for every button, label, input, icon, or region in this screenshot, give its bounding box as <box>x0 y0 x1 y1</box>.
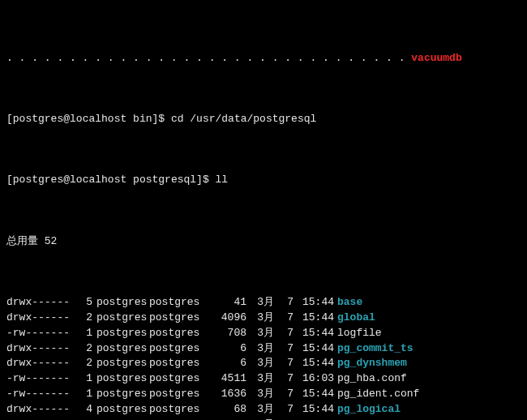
time: 15:44 <box>293 326 334 341</box>
size: 4096 <box>208 311 246 326</box>
file-name: pg_logical <box>334 402 401 418</box>
list-item: -rw-------1postgrespostgres45113月716:03p… <box>6 371 521 387</box>
group: postgres <box>149 356 208 371</box>
list-item: drwx------5postgrespostgres413月715:44bas… <box>6 295 521 311</box>
time: 15:44 <box>293 311 334 326</box>
file-name: logfile <box>334 326 382 341</box>
day: 7 <box>274 387 293 402</box>
terminal[interactable]: . . . . . . . . . . . . . . . . . . . . … <box>0 0 527 420</box>
group: postgres <box>149 341 208 357</box>
list-item: drwx------4postgrespostgres683月715:44pg_… <box>6 402 521 418</box>
month: 3月 <box>246 387 274 402</box>
links: 2 <box>78 356 92 371</box>
month: 3月 <box>246 295 274 311</box>
month: 3月 <box>246 371 274 387</box>
file-name: pg_commit_ts <box>334 341 413 357</box>
list-item: drwx------2postgrespostgres63月715:44pg_c… <box>6 341 521 357</box>
time: 15:44 <box>293 356 334 371</box>
owner: postgres <box>92 402 149 418</box>
month: 3月 <box>246 402 274 418</box>
owner: postgres <box>92 341 149 357</box>
owner: postgres <box>92 326 149 341</box>
perm: drwx------ <box>6 311 78 326</box>
owner: postgres <box>92 371 149 387</box>
links: 1 <box>78 387 92 402</box>
time: 15:44 <box>293 387 334 402</box>
time: 15:44 <box>293 295 334 311</box>
prompt-line-2: [postgres@localhost postgresql]$ ll <box>6 173 521 188</box>
day: 7 <box>274 295 293 311</box>
perm: -rw------- <box>6 387 78 402</box>
perm: drwx------ <box>6 341 78 357</box>
day: 7 <box>274 402 293 418</box>
group: postgres <box>149 402 208 418</box>
list-item: -rw-------1postgrespostgres7083月715:44lo… <box>6 326 521 341</box>
list-item: -rw-------1postgrespostgres16363月715:44p… <box>6 387 521 402</box>
perm: -rw------- <box>6 371 78 387</box>
perm: drwx------ <box>6 402 78 418</box>
size: 68 <box>208 402 246 418</box>
group: postgres <box>149 371 208 387</box>
group: postgres <box>149 326 208 341</box>
day: 7 <box>274 371 293 387</box>
group: postgres <box>149 311 208 326</box>
size: 1636 <box>208 387 246 402</box>
links: 1 <box>78 371 92 387</box>
owner: postgres <box>92 311 149 326</box>
file-name: pg_ident.conf <box>334 387 419 402</box>
month: 3月 <box>246 311 274 326</box>
top-truncated-line: . . . . . . . . . . . . . . . . . . . . … <box>6 51 521 66</box>
command-input: ll <box>216 173 229 188</box>
size: 41 <box>208 295 246 311</box>
file-name: base <box>334 295 362 311</box>
owner: postgres <box>92 387 149 402</box>
day: 7 <box>274 311 293 326</box>
size: 6 <box>208 356 246 371</box>
month: 3月 <box>246 356 274 371</box>
file-listing: drwx------5postgrespostgres413月715:44bas… <box>6 295 521 420</box>
size: 4511 <box>208 371 246 387</box>
size: 708 <box>208 326 246 341</box>
links: 2 <box>78 311 92 326</box>
day: 7 <box>274 356 293 371</box>
owner: postgres <box>92 295 149 311</box>
links: 4 <box>78 402 92 418</box>
total-line: 总用量 52 <box>6 234 521 250</box>
file-name: pg_hba.conf <box>334 371 407 387</box>
file-name: vacuumdb <box>411 51 461 66</box>
file-name: global <box>334 311 375 326</box>
perm: drwx------ <box>6 295 78 311</box>
group: postgres <box>149 295 208 311</box>
time: 16:03 <box>293 371 334 387</box>
size: 6 <box>208 341 246 357</box>
links: 1 <box>78 326 92 341</box>
perm: drwx------ <box>6 356 78 371</box>
perm: -rw------- <box>6 326 78 341</box>
time: 15:44 <box>293 341 334 357</box>
group: postgres <box>149 387 208 402</box>
owner: postgres <box>92 356 149 371</box>
links: 5 <box>78 295 92 311</box>
file-name: pg_dynshmem <box>334 356 407 371</box>
day: 7 <box>274 341 293 357</box>
time: 15:44 <box>293 402 334 418</box>
list-item: drwx------2postgrespostgres63月715:44pg_d… <box>6 356 521 371</box>
day: 7 <box>274 326 293 341</box>
month: 3月 <box>246 341 274 357</box>
command-input: cd /usr/data/postgresql <box>171 112 316 127</box>
list-item: drwx------2postgrespostgres40963月715:44g… <box>6 311 521 326</box>
month: 3月 <box>246 326 274 341</box>
links: 2 <box>78 341 92 357</box>
prompt-line-1: [postgres@localhost bin]$ cd /usr/data/p… <box>6 112 521 127</box>
